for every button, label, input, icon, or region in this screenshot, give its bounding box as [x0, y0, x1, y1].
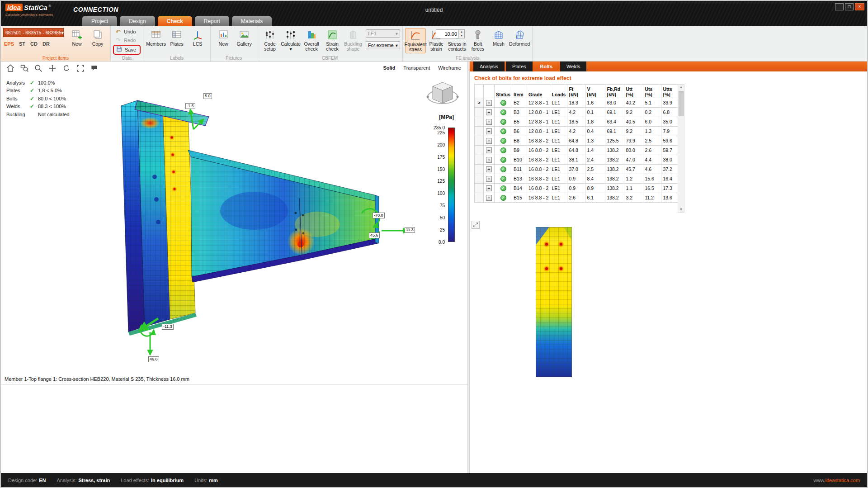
results-tab-plates[interactable]: Plates [506, 62, 533, 71]
table-row[interactable]: +✓B1116 8.8 - 2LE137.02.5138.245.74.637.… [475, 165, 681, 174]
spin-up-icon[interactable]: ▲ [459, 30, 464, 34]
expand-row-button[interactable]: + [486, 157, 492, 163]
rotate-view-button[interactable] [61, 63, 71, 73]
zoom-button[interactable] [33, 63, 43, 73]
spin-down-icon[interactable]: ▼ [459, 34, 464, 38]
results-tab-analysis[interactable]: Analysis [473, 62, 505, 71]
close-button[interactable]: × [855, 3, 864, 10]
table-row[interactable]: +✓B1016 8.8 - 2LE138.12.4138.247.04.438.… [475, 155, 681, 165]
cell-fbrd: 69.1 [605, 127, 624, 136]
row-expander[interactable] [475, 108, 484, 117]
buckling-shape-button[interactable]: Buckling shape [343, 28, 363, 52]
deformation-scale-input[interactable]: 10.00 ▲ ▼ [436, 29, 465, 38]
row-expander[interactable] [475, 136, 484, 146]
table-row[interactable]: +✓B312 8.8 - 1LE14.20.169.19.20.26.8 [475, 108, 681, 117]
table-row[interactable]: +✓B512 8.8 - 1LE118.51.863.440.56.035.0 [475, 117, 681, 127]
row-expander[interactable] [475, 184, 484, 193]
analysis-value: Stress, strain [79, 478, 110, 483]
table-scrollbar[interactable]: ▲ ▼ [678, 84, 684, 213]
extreme-dropdown[interactable]: For extreme ▾ [366, 41, 400, 49]
mesh-button[interactable]: Mesh [488, 28, 509, 47]
tab-design[interactable]: Design [120, 16, 155, 26]
scroll-thumb[interactable] [679, 91, 684, 116]
expand-row-button[interactable]: + [486, 109, 492, 115]
scroll-up-icon[interactable]: ▲ [679, 85, 683, 90]
tab-project[interactable]: Project [82, 16, 117, 26]
maximize-button[interactable]: □ [845, 3, 854, 10]
column-label: Item [514, 92, 525, 97]
navigation-cube[interactable] [425, 79, 460, 113]
plate-detail-view[interactable] [536, 227, 572, 377]
home-view-button[interactable] [5, 63, 15, 73]
row-expander[interactable] [475, 155, 484, 165]
redo-button[interactable]: ↷ Redo [113, 37, 137, 44]
overall-check-button[interactable]: Overall check [301, 28, 322, 52]
viewport-3d[interactable]: SolidTransparentWireframe Analysis✓100.0… [1, 62, 467, 384]
tab-report[interactable]: Report [195, 16, 229, 26]
row-expander[interactable] [475, 117, 484, 127]
display-mode-solid[interactable]: Solid [383, 65, 395, 71]
lcs-labels-button[interactable]: LCS [187, 28, 208, 47]
expand-plate-view-button[interactable] [472, 221, 480, 229]
expand-row-button[interactable]: + [486, 100, 492, 106]
row-expander[interactable] [475, 127, 484, 136]
scroll-down-icon[interactable]: ▼ [679, 207, 683, 212]
expand-row-button[interactable]: + [486, 138, 492, 144]
results-tab-welds[interactable]: Welds [560, 62, 586, 71]
expand-row-button[interactable]: + [486, 195, 492, 201]
pan-button[interactable] [47, 63, 57, 73]
undo-button[interactable]: ↶ Undo [113, 28, 137, 36]
mode-dr-button[interactable]: DR [42, 41, 50, 47]
zoom-window-button[interactable] [19, 63, 29, 73]
expand-row-button[interactable]: + [486, 185, 492, 191]
expand-row-button[interactable]: + [486, 166, 492, 172]
scale-spinner[interactable]: ▲ ▼ [458, 30, 464, 38]
row-expander[interactable] [475, 174, 484, 184]
load-case-dropdown[interactable]: LE1 ▾ [366, 29, 400, 38]
table-row[interactable]: +✓B612 8.8 - 1LE14.20.469.19.21.37.9 [475, 127, 681, 136]
project-item-selector-value: 681501 - 683515 - 683985 [5, 30, 61, 35]
tab-check[interactable]: Check [158, 16, 192, 26]
copy-item-button[interactable]: Copy [87, 28, 108, 47]
bolt-forces-button[interactable]: Bolt forces [467, 28, 488, 52]
table-row[interactable]: +✓B1316 8.8 - 2LE10.98.4138.21.215.616.4 [475, 174, 681, 184]
gallery-button[interactable]: Gallery [234, 28, 255, 47]
row-expander[interactable]: > [475, 98, 484, 108]
expand-row-button[interactable]: + [486, 176, 492, 182]
mode-eps-button[interactable]: EPS [4, 41, 14, 47]
tab-materials[interactable]: Materials [232, 16, 272, 26]
table-row[interactable]: >+✓B212 8.8 - 1LE118.31.663.040.25.133.9 [475, 98, 681, 108]
mode-cd-button[interactable]: CD [30, 41, 38, 47]
table-row[interactable]: +✓B816 8.8 - 2LE164.81.3125.579.92.559.6 [475, 136, 681, 146]
new-item-button[interactable]: New [66, 28, 87, 47]
website-link[interactable]: www.ideastatica.com [813, 478, 860, 483]
fit-view-button[interactable] [75, 63, 85, 73]
table-row[interactable]: +✓B916 8.8 - 2LE164.81.4138.280.02.659.7 [475, 146, 681, 155]
expand-row-button[interactable]: + [486, 128, 492, 134]
plates-labels-button[interactable]: Plates [166, 28, 187, 47]
mode-st-button[interactable]: ST [19, 41, 25, 47]
results-tab-bolts[interactable]: Bolts [534, 62, 559, 71]
row-expander[interactable] [475, 165, 484, 174]
equivalent-stress-button[interactable]: Equivalent stress [405, 28, 426, 53]
deformed-button[interactable]: Deformed [509, 28, 530, 47]
project-item-selector[interactable]: 681501 - 683515 - 683985 ▾ [3, 28, 64, 37]
members-labels-button[interactable]: Members [146, 28, 166, 47]
expand-row-button[interactable]: + [486, 119, 492, 125]
row-expander[interactable] [475, 193, 484, 203]
display-mode-wireframe[interactable]: Wireframe [438, 65, 461, 71]
display-mode-transparent[interactable]: Transparent [403, 65, 430, 71]
minimize-button[interactable]: – [835, 3, 844, 10]
code-setup-button[interactable]: Code setup [259, 28, 280, 52]
table-row[interactable]: +✓B1516 8.8 - 2LE12.66.1138.23.211.213.6 [475, 193, 681, 203]
gallery-icon [239, 29, 250, 41]
cell-uts: 2.6 [643, 146, 661, 155]
label-bubble-button[interactable] [90, 63, 99, 73]
new-picture-button[interactable]: New [213, 28, 234, 47]
table-row[interactable]: +✓B1416 8.8 - 2LE10.98.9138.21.116.517.3 [475, 184, 681, 193]
strain-check-button[interactable]: Strain check [322, 28, 343, 52]
expand-row-button[interactable]: + [486, 147, 492, 153]
save-button[interactable]: Save [113, 45, 141, 55]
calculate-button[interactable]: Calculate ▾ [280, 28, 301, 52]
row-expander[interactable] [475, 146, 484, 155]
